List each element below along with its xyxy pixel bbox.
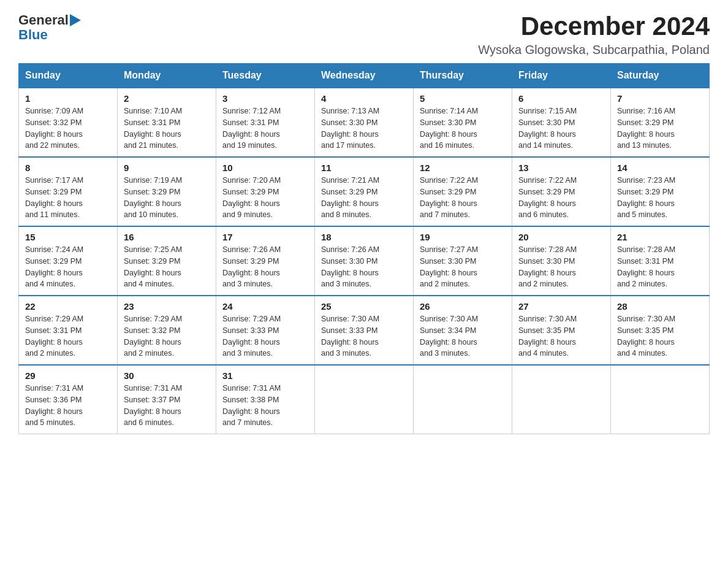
day-number: 8 [25,163,111,173]
day-number: 11 [321,163,407,173]
day-info: Sunrise: 7:20 AMSunset: 3:29 PMDaylight:… [222,175,308,221]
day-number: 9 [124,163,210,173]
col-header-thursday: Thursday [414,64,512,88]
calendar-cell: 28Sunrise: 7:30 AMSunset: 3:35 PMDayligh… [611,296,710,365]
calendar-week-4: 22Sunrise: 7:29 AMSunset: 3:31 PMDayligh… [19,296,710,365]
day-info: Sunrise: 7:13 AMSunset: 3:30 PMDaylight:… [321,105,407,151]
day-info: Sunrise: 7:26 AMSunset: 3:30 PMDaylight:… [321,244,407,290]
calendar-cell: 17Sunrise: 7:26 AMSunset: 3:29 PMDayligh… [216,226,315,296]
day-number: 31 [222,370,308,381]
day-info: Sunrise: 7:31 AMSunset: 3:37 PMDaylight:… [124,383,210,429]
day-number: 22 [25,301,111,312]
calendar-cell: 30Sunrise: 7:31 AMSunset: 3:37 PMDayligh… [118,365,216,434]
day-number: 1 [25,93,111,104]
day-number: 15 [25,232,111,242]
day-info: Sunrise: 7:29 AMSunset: 3:32 PMDaylight:… [124,313,210,359]
col-header-sunday: Sunday [19,64,118,88]
calendar-cell: 9Sunrise: 7:19 AMSunset: 3:29 PMDaylight… [118,157,216,226]
title-section: December 2024 Wysoka Glogowska, Subcarpa… [478,12,710,57]
calendar-cell: 25Sunrise: 7:30 AMSunset: 3:33 PMDayligh… [315,296,414,365]
col-header-monday: Monday [118,64,216,88]
calendar-cell: 14Sunrise: 7:23 AMSunset: 3:29 PMDayligh… [611,157,710,226]
calendar-cell: 23Sunrise: 7:29 AMSunset: 3:32 PMDayligh… [118,296,216,365]
day-number: 20 [518,232,604,242]
calendar-week-1: 1Sunrise: 7:09 AMSunset: 3:32 PMDaylight… [19,88,710,157]
day-info: Sunrise: 7:16 AMSunset: 3:29 PMDaylight:… [617,105,703,151]
day-info: Sunrise: 7:28 AMSunset: 3:31 PMDaylight:… [617,244,703,290]
calendar-cell: 3Sunrise: 7:12 AMSunset: 3:31 PMDaylight… [216,88,315,157]
calendar-cell: 18Sunrise: 7:26 AMSunset: 3:30 PMDayligh… [315,226,414,296]
day-number: 24 [222,301,308,312]
calendar-cell: 26Sunrise: 7:30 AMSunset: 3:34 PMDayligh… [414,296,512,365]
calendar-cell: 21Sunrise: 7:28 AMSunset: 3:31 PMDayligh… [611,226,710,296]
day-info: Sunrise: 7:30 AMSunset: 3:35 PMDaylight:… [518,313,604,359]
day-info: Sunrise: 7:26 AMSunset: 3:29 PMDaylight:… [222,244,308,290]
day-info: Sunrise: 7:31 AMSunset: 3:36 PMDaylight:… [25,383,111,429]
day-info: Sunrise: 7:29 AMSunset: 3:33 PMDaylight:… [222,313,308,359]
calendar-cell: 2Sunrise: 7:10 AMSunset: 3:31 PMDaylight… [118,88,216,157]
calendar-cell [611,365,710,434]
day-info: Sunrise: 7:22 AMSunset: 3:29 PMDaylight:… [518,175,604,221]
day-number: 16 [124,232,210,242]
calendar-cell: 24Sunrise: 7:29 AMSunset: 3:33 PMDayligh… [216,296,315,365]
day-number: 4 [321,93,407,104]
day-number: 7 [617,93,703,104]
calendar-cell: 11Sunrise: 7:21 AMSunset: 3:29 PMDayligh… [315,157,414,226]
day-number: 19 [420,232,506,242]
day-info: Sunrise: 7:10 AMSunset: 3:31 PMDaylight:… [124,105,210,151]
col-header-wednesday: Wednesday [315,64,414,88]
day-info: Sunrise: 7:22 AMSunset: 3:29 PMDaylight:… [420,175,506,221]
day-number: 12 [420,163,506,173]
col-header-friday: Friday [512,64,611,88]
day-info: Sunrise: 7:30 AMSunset: 3:33 PMDaylight:… [321,313,407,359]
calendar-week-3: 15Sunrise: 7:24 AMSunset: 3:29 PMDayligh… [19,226,710,296]
day-number: 30 [124,370,210,381]
day-info: Sunrise: 7:21 AMSunset: 3:29 PMDaylight:… [321,175,407,221]
day-number: 6 [518,93,604,104]
calendar-cell: 12Sunrise: 7:22 AMSunset: 3:29 PMDayligh… [414,157,512,226]
day-number: 2 [124,93,210,104]
day-info: Sunrise: 7:30 AMSunset: 3:35 PMDaylight:… [617,313,703,359]
day-info: Sunrise: 7:23 AMSunset: 3:29 PMDaylight:… [617,175,703,221]
day-number: 29 [25,370,111,381]
col-header-tuesday: Tuesday [216,64,315,88]
calendar-cell: 19Sunrise: 7:27 AMSunset: 3:30 PMDayligh… [414,226,512,296]
calendar-cell [315,365,414,434]
calendar-cell: 10Sunrise: 7:20 AMSunset: 3:29 PMDayligh… [216,157,315,226]
location: Wysoka Glogowska, Subcarpathia, Poland [478,43,710,57]
calendar-table: SundayMondayTuesdayWednesdayThursdayFrid… [18,63,710,434]
day-number: 14 [617,163,703,173]
day-info: Sunrise: 7:09 AMSunset: 3:32 PMDaylight:… [25,105,111,151]
day-number: 21 [617,232,703,242]
day-number: 5 [420,93,506,104]
calendar-week-5: 29Sunrise: 7:31 AMSunset: 3:36 PMDayligh… [19,365,710,434]
day-number: 27 [518,301,604,312]
calendar-cell: 13Sunrise: 7:22 AMSunset: 3:29 PMDayligh… [512,157,611,226]
calendar-cell: 5Sunrise: 7:14 AMSunset: 3:30 PMDaylight… [414,88,512,157]
day-number: 3 [222,93,308,104]
calendar-cell: 16Sunrise: 7:25 AMSunset: 3:29 PMDayligh… [118,226,216,296]
day-info: Sunrise: 7:12 AMSunset: 3:31 PMDaylight:… [222,105,308,151]
day-info: Sunrise: 7:15 AMSunset: 3:30 PMDaylight:… [518,105,604,151]
calendar-cell: 15Sunrise: 7:24 AMSunset: 3:29 PMDayligh… [19,226,118,296]
day-info: Sunrise: 7:19 AMSunset: 3:29 PMDaylight:… [124,175,210,221]
calendar-cell: 4Sunrise: 7:13 AMSunset: 3:30 PMDaylight… [315,88,414,157]
day-number: 28 [617,301,703,312]
calendar-cell: 1Sunrise: 7:09 AMSunset: 3:32 PMDaylight… [19,88,118,157]
calendar-week-2: 8Sunrise: 7:17 AMSunset: 3:29 PMDaylight… [19,157,710,226]
calendar-cell [512,365,611,434]
day-info: Sunrise: 7:25 AMSunset: 3:29 PMDaylight:… [124,244,210,290]
calendar-cell: 8Sunrise: 7:17 AMSunset: 3:29 PMDaylight… [19,157,118,226]
calendar-cell: 20Sunrise: 7:28 AMSunset: 3:30 PMDayligh… [512,226,611,296]
svg-marker-0 [70,14,81,26]
day-info: Sunrise: 7:27 AMSunset: 3:30 PMDaylight:… [420,244,506,290]
day-number: 17 [222,232,308,242]
calendar-cell: 7Sunrise: 7:16 AMSunset: 3:29 PMDaylight… [611,88,710,157]
logo-blue: Blue [18,27,83,43]
day-number: 18 [321,232,407,242]
calendar-cell [414,365,512,434]
logo: General Blue [18,12,83,43]
days-header-row: SundayMondayTuesdayWednesdayThursdayFrid… [19,64,710,88]
day-number: 26 [420,301,506,312]
page-header: General Blue December 2024 Wysoka Glogow… [18,12,710,57]
